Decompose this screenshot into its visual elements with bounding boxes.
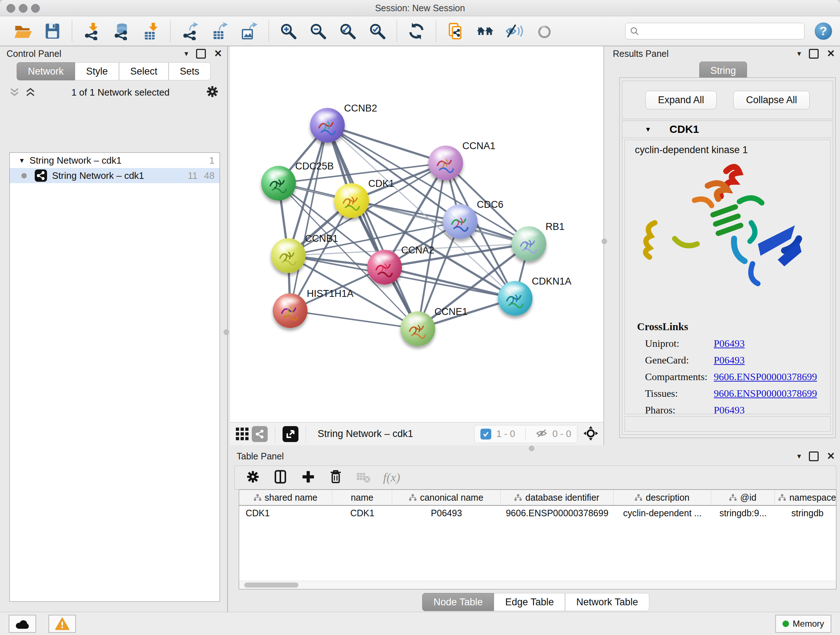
network-node-rb1[interactable] — [512, 226, 546, 261]
column-header-description[interactable]: description — [614, 490, 711, 505]
network-home-icon[interactable] — [475, 21, 495, 41]
search-input[interactable] — [643, 26, 800, 36]
close-results-panel-icon[interactable]: ✕ — [827, 48, 835, 59]
warnings-button[interactable] — [49, 615, 76, 633]
crosslink-link[interactable]: P06493 — [714, 338, 745, 349]
network-node-hist1h1a[interactable] — [273, 293, 308, 328]
column-header-canonical-name[interactable]: canonical name — [392, 490, 501, 505]
memory-button[interactable]: Memory — [775, 615, 831, 633]
toolbar-separator — [170, 21, 171, 42]
paste-network-icon[interactable] — [446, 21, 465, 41]
zoom-out-icon[interactable] — [308, 21, 328, 41]
column-header-namespace[interactable]: namespace — [775, 490, 836, 505]
toolbar-separator — [396, 21, 397, 42]
inactive-orb-icon[interactable] — [535, 21, 554, 41]
selected-items-checkbox-icon[interactable] — [480, 429, 491, 440]
export-table-icon[interactable] — [210, 21, 229, 41]
bottom-splitter-handle[interactable] — [529, 446, 534, 451]
float-table-panel-icon[interactable] — [809, 451, 819, 461]
column-type-icon — [729, 494, 737, 501]
tab-sets[interactable]: Sets — [169, 62, 210, 80]
collapse-gene-entry-icon[interactable]: ▾ — [646, 125, 650, 134]
edge-count: 48 — [204, 170, 215, 181]
table-row[interactable]: CDK1CDK1P064939606.ENSP00000378699cyclin… — [239, 506, 836, 520]
network-node-ccnb1[interactable] — [271, 238, 306, 273]
network-node-ccna1[interactable] — [428, 146, 463, 180]
left-splitter-handle[interactable] — [224, 329, 229, 335]
import-database-icon[interactable] — [111, 21, 131, 41]
import-table-icon[interactable] — [141, 21, 161, 41]
column-header-name[interactable]: name — [332, 490, 392, 505]
column-header-database-identifier[interactable]: database identifier — [501, 490, 614, 505]
zoom-in-icon[interactable] — [279, 21, 298, 41]
table-options-gear-icon[interactable] — [246, 470, 260, 486]
network-canvas[interactable]: CCNB2 CCNA1 CDC25B CDK1 — [230, 46, 603, 422]
network-tree-row[interactable]: ▾String Network – cdk11 — [10, 153, 219, 168]
zoom-fit-icon[interactable] — [338, 21, 357, 41]
right-splitter-handle[interactable] — [602, 239, 607, 244]
crosslink-link[interactable]: P06493 — [714, 404, 745, 414]
table-horizontal-scrollbar[interactable] — [239, 581, 836, 589]
column-header--id[interactable]: @id — [711, 490, 775, 505]
network-node-ccnb2[interactable] — [310, 108, 345, 143]
network-node-cdkn1a[interactable] — [498, 281, 532, 316]
cloud-status-button[interactable] — [9, 615, 36, 633]
expand-all-button[interactable]: Expand All — [645, 91, 717, 109]
open-folder-icon[interactable] — [13, 21, 33, 41]
create-column-plus-icon[interactable] — [301, 469, 316, 486]
tab-node-table[interactable]: Node Table — [422, 593, 494, 611]
zoom-selected-icon[interactable] — [368, 21, 387, 41]
delete-column-trash-icon[interactable] — [328, 469, 343, 486]
birdseye-crosshair-icon[interactable] — [583, 426, 598, 442]
network-tree-row[interactable]: String Network – cdk11148 — [10, 168, 219, 183]
collapse-all-networks-icon[interactable] — [9, 88, 19, 97]
network-node-ccna2[interactable] — [367, 250, 402, 285]
network-node-cdc6[interactable] — [443, 204, 477, 239]
collapse-table-panel-icon[interactable]: ▾ — [797, 452, 801, 461]
crosslink-link[interactable]: P06493 — [714, 355, 745, 366]
float-results-panel-icon[interactable] — [809, 49, 819, 59]
tab-network-table[interactable]: Network Table — [565, 593, 649, 611]
crosslink-link[interactable]: 9606.ENSP00000378699 — [714, 388, 817, 399]
float-panel-icon[interactable] — [196, 49, 206, 59]
hide-panel-eye-icon[interactable] — [505, 21, 524, 41]
show-columns-icon[interactable] — [272, 469, 288, 486]
tab-string[interactable]: String — [699, 62, 747, 80]
network-thumbnail-share-icon[interactable] — [252, 426, 268, 442]
detach-view-icon[interactable] — [283, 426, 298, 442]
network-node-cdk1[interactable] — [334, 183, 369, 218]
tree-expander-icon[interactable]: ▾ — [20, 156, 24, 165]
collapse-all-button[interactable]: Collapse All — [733, 91, 810, 109]
network-view-title: String Network – cdk1 — [317, 428, 413, 440]
help-icon[interactable]: ? — [815, 22, 832, 40]
save-icon[interactable] — [43, 21, 62, 41]
collapse-results-panel-icon[interactable]: ▾ — [797, 49, 801, 58]
crosslinks-title: CrossLinks — [637, 321, 830, 333]
app-window: Session: New Session ? Control Panel ▾ ✕… — [0, 0, 840, 635]
network-node-ccne1[interactable] — [401, 311, 435, 346]
close-panel-icon[interactable]: ✕ — [214, 48, 222, 59]
tab-select[interactable]: Select — [119, 62, 169, 80]
export-network-icon[interactable] — [180, 21, 200, 41]
string-network-share-icon — [35, 169, 47, 182]
collapse-panel-icon[interactable]: ▾ — [185, 49, 188, 58]
tab-edge-table[interactable]: Edge Table — [494, 593, 565, 611]
scrollbar-thumb[interactable] — [244, 583, 298, 587]
crosslink-link[interactable]: 9606.ENSP00000378699 — [714, 371, 817, 383]
network-node-cdc25b[interactable] — [261, 166, 296, 201]
expand-all-networks-icon[interactable] — [25, 88, 35, 97]
node-structure-thumbnail — [266, 171, 291, 196]
export-image-icon[interactable] — [240, 21, 259, 41]
grid-view-icon[interactable] — [235, 426, 249, 442]
gene-entry-footer — [624, 416, 831, 432]
tab-style[interactable]: Style — [75, 62, 119, 80]
tab-network[interactable]: Network — [17, 62, 75, 80]
network-list-options-gear-icon[interactable] — [205, 85, 219, 100]
table-toolbar: f(x) — [234, 466, 836, 489]
column-header-shared-name[interactable]: shared name — [239, 490, 332, 505]
gene-description: cyclin-dependent kinase 1 — [635, 144, 830, 156]
close-table-panel-icon[interactable]: ✕ — [827, 450, 835, 462]
toolbar-search-box[interactable] — [625, 23, 805, 40]
refresh-icon[interactable] — [407, 21, 426, 41]
import-network-icon[interactable] — [82, 21, 101, 41]
